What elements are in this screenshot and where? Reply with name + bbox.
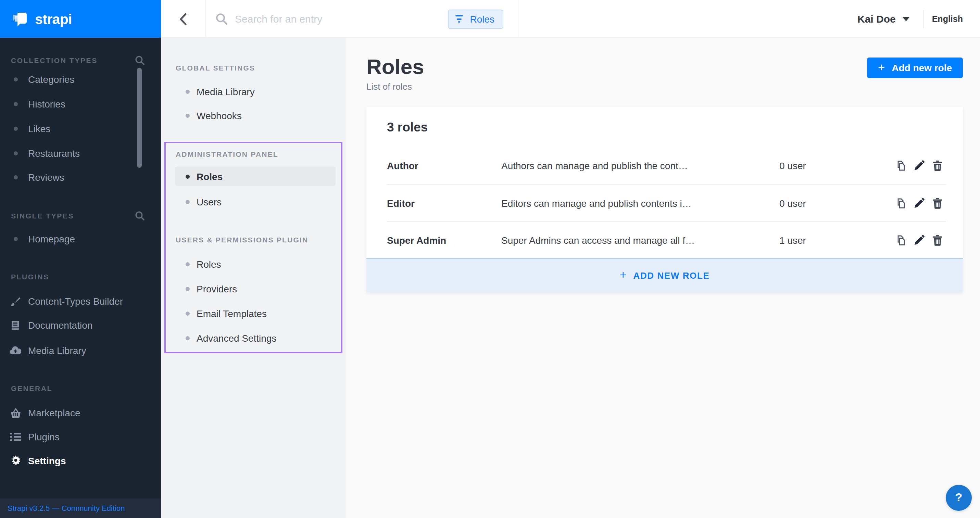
bullet-icon: [14, 151, 18, 155]
bullet-icon: [186, 90, 190, 94]
settings-item-webhooks[interactable]: Webhooks: [161, 108, 346, 124]
app-logo[interactable]: strapi: [0, 0, 161, 38]
role-name: Super Admin: [387, 235, 501, 245]
topbar: Roles Kai Doe English: [161, 0, 980, 38]
settings-item-providers[interactable]: Providers: [161, 281, 346, 297]
bullet-icon: [14, 126, 18, 130]
sidebar-item-plugins[interactable]: Plugins: [0, 429, 161, 445]
sidebar-item-documentation[interactable]: Documentation: [0, 317, 161, 333]
role-description: Super Admins can access and manage all f…: [501, 235, 780, 245]
user-menu[interactable]: Kai Doe: [858, 13, 896, 25]
bullet-icon: [186, 287, 190, 291]
settings-item-label: Email Templates: [197, 308, 267, 319]
roles-count-header: 3 roles: [366, 107, 963, 147]
sidebar-item-histories[interactable]: Histories: [0, 95, 161, 112]
search-icon[interactable]: [135, 209, 146, 222]
sidebar-item-label: Plugins: [28, 431, 60, 442]
edit-icon[interactable]: [913, 160, 924, 171]
bullet-icon: [186, 114, 190, 118]
settings-item-email-templates[interactable]: Email Templates: [161, 305, 346, 321]
duplicate-icon[interactable]: [895, 160, 906, 171]
settings-item-users[interactable]: Users: [161, 194, 346, 210]
basket-icon: [10, 407, 21, 419]
sidebar-item-label: Documentation: [28, 319, 92, 331]
add-new-role-footer-button[interactable]: + ADD NEW ROLE: [366, 258, 963, 292]
sidebar-item-categories[interactable]: Categories: [0, 71, 161, 87]
divider: [923, 10, 924, 28]
section-collection-types: COLLECTION TYPES: [11, 53, 98, 67]
role-user-count: 0 user: [780, 160, 892, 171]
delete-icon[interactable]: [932, 197, 943, 208]
filter-chip-label: Roles: [470, 13, 495, 24]
settings-item-roles-up[interactable]: Roles: [161, 256, 346, 273]
logo-wordmark: strapi: [35, 11, 72, 27]
bullet-icon: [186, 174, 190, 178]
sidebar-item-label: Homepage: [28, 234, 75, 245]
section-plugins: PLUGINS: [11, 270, 49, 283]
divider: [518, 0, 519, 38]
settings-item-advanced-settings[interactable]: Advanced Settings: [161, 330, 346, 346]
paintbrush-icon: [10, 295, 21, 307]
help-button[interactable]: ?: [946, 485, 972, 511]
table-row-author[interactable]: Author Authors can manage and publish th…: [387, 147, 946, 184]
sidebar-item-restaurants[interactable]: Restaurants: [0, 145, 161, 161]
main-content: Roles List of roles + Add new role 3 rol…: [346, 38, 980, 518]
duplicate-icon[interactable]: [895, 197, 906, 208]
delete-icon[interactable]: [932, 160, 943, 171]
search-icon: [216, 13, 228, 25]
sidebar-item-media-library[interactable]: Media Library: [0, 342, 161, 359]
search-input[interactable]: [235, 13, 448, 25]
settings-item-media-library[interactable]: Media Library: [161, 84, 346, 100]
table-row-editor[interactable]: Editor Editors can manage and publish co…: [387, 184, 946, 221]
delete-icon[interactable]: [932, 235, 943, 245]
search-bar: Roles: [206, 0, 518, 38]
section-single-types: SINGLE TYPES: [11, 209, 74, 222]
main-sidebar: strapi COLLECTION TYPES Categories Histo…: [0, 0, 161, 518]
bullet-icon: [186, 200, 190, 204]
settings-item-label: Advanced Settings: [197, 333, 277, 344]
chevron-down-icon[interactable]: [903, 17, 910, 21]
version-label: Strapi v3.2.5 — Community Edition: [8, 504, 125, 513]
sidebar-item-likes[interactable]: Likes: [0, 120, 161, 137]
sidebar-item-label: Content-Types Builder: [28, 296, 123, 307]
duplicate-icon[interactable]: [895, 235, 906, 245]
bullet-icon: [14, 237, 18, 241]
cloud-upload-icon: [10, 345, 21, 356]
sidebar-item-marketplace[interactable]: Marketplace: [0, 405, 161, 421]
settings-item-label: Providers: [197, 283, 237, 294]
book-icon: [10, 319, 21, 331]
settings-item-label: Roles: [197, 171, 223, 182]
sidebar-item-homepage[interactable]: Homepage: [0, 231, 161, 247]
settings-item-label: Roles: [197, 259, 221, 270]
version-footer[interactable]: Strapi v3.2.5 — Community Edition: [0, 499, 161, 518]
sidebar-item-content-types-builder[interactable]: Content-Types Builder: [0, 293, 161, 309]
page-title: Roles: [366, 55, 424, 79]
gear-icon: [10, 455, 21, 467]
sidebar-item-reviews[interactable]: Reviews: [0, 169, 161, 186]
filter-icon: [455, 15, 463, 22]
sidebar-item-label: Restaurants: [28, 148, 80, 159]
language-selector[interactable]: English: [932, 14, 963, 24]
sidebar-item-settings[interactable]: Settings: [0, 453, 161, 469]
settings-item-label: Users: [197, 197, 221, 208]
row-actions: [892, 160, 946, 171]
role-description: Authors can manage and publish the cont…: [501, 160, 780, 171]
question-mark-icon: ?: [955, 491, 963, 505]
strapi-admin-app: strapi COLLECTION TYPES Categories Histo…: [0, 0, 980, 518]
edit-icon[interactable]: [913, 197, 924, 208]
sidebar-item-label: Reviews: [28, 172, 64, 183]
back-button[interactable]: [173, 0, 193, 38]
plus-icon: +: [620, 268, 627, 282]
search-icon[interactable]: [135, 53, 146, 67]
settings-sidebar: GLOBAL SETTINGS Media Library Webhooks A…: [161, 38, 346, 518]
table-row-super-admin[interactable]: Super Admin Super Admins can access and …: [387, 221, 946, 258]
bullet-icon: [14, 102, 18, 106]
settings-item-roles-admin[interactable]: Roles: [161, 168, 346, 184]
roles-filter-chip[interactable]: Roles: [448, 9, 503, 29]
settings-item-label: Media Library: [197, 86, 255, 97]
settings-item-label: Webhooks: [197, 110, 242, 121]
add-new-role-button[interactable]: + Add new role: [867, 57, 963, 78]
topbar-right: Kai Doe English: [858, 0, 963, 38]
edit-icon[interactable]: [913, 235, 924, 245]
section-users-permissions-plugin: USERS & PERMISSIONS PLUGIN: [176, 233, 308, 246]
